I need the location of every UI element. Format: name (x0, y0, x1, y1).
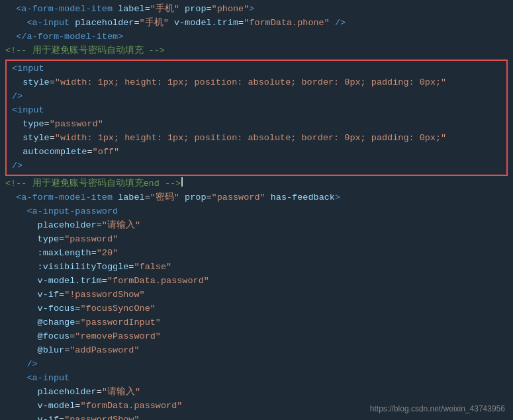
code-line-input1: <input (7, 62, 506, 76)
code-line-vif2: v-if = "passwordShow" (0, 413, 513, 420)
code-line-input1-style: style = "width: 1px; height: 1px; positi… (7, 76, 506, 90)
code-line-input2-autocomplete: autocomplete = "off" (7, 146, 506, 159)
code-line-focus: @focus = "removePassword" (0, 330, 513, 344)
code-line-comment1: <!-- 用于避免账号密码自动填充 --> (0, 44, 513, 58)
code-line-3: </a-form-model-item> (0, 30, 513, 44)
code-line-ainput-password: <a-input-password (0, 205, 513, 219)
code-line-vfocus-one: v-focus = "focusSyncOne" (0, 302, 513, 316)
cursor (181, 177, 183, 187)
code-line-password-item: <a-form-model-item label = "密码" prop = "… (0, 191, 513, 205)
code-line-ainput: <a-input (0, 372, 513, 386)
code-editor: <a-form-model-item label = "手机" prop = "… (0, 0, 513, 420)
code-line-comment2: <!-- 用于避免账号密码自动填充end --> (0, 177, 513, 191)
code-line-placeholder1: placeholder = "请输入" (0, 219, 513, 233)
code-line-2: <a-input placeholder = "手机" v-model.trim… (0, 17, 513, 30)
code-line-vif-password: v-if = "!passwordShow" (0, 288, 513, 302)
code-line-blur: @blur = "addPassword" (0, 344, 513, 358)
code-line-close1: /> (0, 358, 513, 372)
code-line-visibility: :visibilityToggle = "false" (0, 261, 513, 274)
code-line-placeholder2: placeholder = "请输入" (0, 386, 513, 399)
watermark: https://blog.csdn.net/weixin_43743956 (370, 404, 505, 413)
code-line-maxlength: :maxLength = "20" (0, 247, 513, 261)
input-block-highlight: <input style = "width: 1px; height: 1px;… (5, 60, 508, 176)
code-line-vmodel-password: v-model.trim = "formData.password" (0, 274, 513, 288)
code-line-input2-style: style = "width: 1px; height: 1px; positi… (7, 132, 506, 146)
code-line-1: <a-form-model-item label = "手机" prop = "… (0, 3, 513, 17)
code-line-change: @change = "passwordInput" (0, 316, 513, 330)
code-line-type-password: type = "password" (0, 233, 513, 247)
code-line-input1-close: /> (7, 90, 506, 104)
code-line-input2-type: type = "password" (7, 118, 506, 132)
code-line-input2-close: /> (7, 159, 506, 173)
code-line-input2: <input (7, 104, 506, 118)
